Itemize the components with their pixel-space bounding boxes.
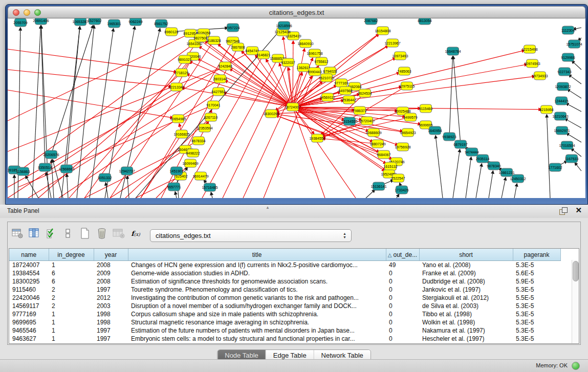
cell-year[interactable]: 1997 xyxy=(94,335,128,343)
graph-node-19384554[interactable]: 19384554 xyxy=(309,134,325,142)
table-row[interactable]: 1830029562008Estimation of significance … xyxy=(9,277,571,286)
cell-year[interactable]: 2008 xyxy=(94,261,128,270)
cell-short[interactable]: Yano et al. (2008) xyxy=(419,261,513,270)
graph-node-15154555[interactable]: 15154555 xyxy=(341,117,357,125)
cell-out[interactable]: 0 xyxy=(386,302,419,310)
cell-out[interactable]: 0 xyxy=(386,277,419,286)
cell-name[interactable]: 9699695 xyxy=(9,318,49,326)
cell-short[interactable]: Franke et al. (2009) xyxy=(419,269,513,277)
cell-pr[interactable]: 5.3E-5 xyxy=(513,335,560,343)
graph-node-9684067[interactable]: 9684067 xyxy=(377,150,390,159)
cell-indeg[interactable]: 2 xyxy=(49,302,94,310)
column-header-out_de[interactable]: △out_de... xyxy=(386,249,419,261)
graph-node-9146821[interactable]: 9146821 xyxy=(256,51,270,59)
column-header-short[interactable]: short xyxy=(419,249,513,261)
float-panel-icon[interactable] xyxy=(559,207,567,215)
graph-node-19218596[interactable]: 19218596 xyxy=(276,21,292,30)
cell-year[interactable]: 2012 xyxy=(94,294,128,302)
splitter-handle-icon[interactable]: ▲ xyxy=(266,205,270,210)
function-builder-icon[interactable]: f(x) xyxy=(129,227,142,239)
graph-node-6497568[interactable]: 6497568 xyxy=(338,86,352,95)
graph-node-2935114[interactable]: 2935114 xyxy=(476,155,490,163)
graph-node-9170041[interactable]: 9170041 xyxy=(206,101,220,109)
table-row[interactable]: 1456911722003Disruption of a novel membe… xyxy=(9,302,571,310)
cell-name[interactable]: 18300295 xyxy=(9,277,49,286)
create-table-icon[interactable] xyxy=(78,227,92,239)
graph-node-2718129[interactable]: 2718129 xyxy=(175,69,188,77)
graph-node-19654923[interactable]: 19654923 xyxy=(400,128,416,137)
graph-node-18807249[interactable]: 18807249 xyxy=(369,140,385,148)
graph-node-5051332[interactable]: 5051332 xyxy=(98,173,112,182)
cell-name[interactable]: 18724007 xyxy=(9,261,49,270)
graph-node-1244415[interactable]: 1244415 xyxy=(554,97,568,105)
graph-node-12450312[interactable]: 12450312 xyxy=(510,174,526,183)
graph-node-9242848[interactable]: 9242848 xyxy=(218,62,232,70)
cell-out[interactable]: 0 xyxy=(386,310,419,318)
cell-short[interactable]: Stergiakouli et al. (2012) xyxy=(419,294,513,302)
cell-out[interactable]: 0 xyxy=(386,318,419,326)
cell-indeg[interactable]: 1 xyxy=(49,326,94,335)
graph-node-12942737[interactable]: 12942737 xyxy=(119,167,135,175)
graph-node-9474444[interactable]: 9474444 xyxy=(465,148,478,156)
table-scrollbar-thumb[interactable] xyxy=(573,261,579,281)
table-settings-icon[interactable] xyxy=(11,227,24,239)
cell-indeg[interactable]: 1 xyxy=(49,310,94,318)
network-canvas[interactable]: 1872400718300295193845541221334227181292… xyxy=(8,18,585,198)
graph-node-9755812[interactable]: 9755812 xyxy=(314,57,328,65)
graph-node-19166825[interactable]: 19166825 xyxy=(173,130,189,138)
table-row[interactable]: 946362711997Embryonic stem cells: a mode… xyxy=(9,335,571,343)
graph-node-18640910[interactable]: 18640910 xyxy=(297,39,313,48)
graph-node-12213342[interactable]: 12213342 xyxy=(168,83,184,91)
show-hide-columns-icon[interactable] xyxy=(28,227,41,239)
cell-out[interactable]: 0 xyxy=(386,294,419,302)
graph-node-9129966[interactable]: 9129966 xyxy=(561,53,575,61)
delete-column-icon-disabled[interactable] xyxy=(112,227,125,239)
cell-short[interactable]: Nakamura et al. (1997) xyxy=(419,326,513,335)
cell-year[interactable]: 2008 xyxy=(94,277,128,286)
graph-node-9227343[interactable]: 9227343 xyxy=(557,68,571,76)
table-row[interactable]: 2242004622012Investigating the contribut… xyxy=(9,294,571,302)
cell-short[interactable]: de Silva et al. (2003) xyxy=(419,302,513,310)
cell-year[interactable]: 1997 xyxy=(94,286,128,294)
cell-indeg[interactable]: 2 xyxy=(49,286,94,294)
graph-node-8678334[interactable]: 8678334 xyxy=(191,137,205,145)
cell-name[interactable]: 14569117 xyxy=(9,302,49,310)
cell-pr[interactable]: 5.5E-5 xyxy=(513,294,560,302)
cell-out[interactable]: 0 xyxy=(386,269,419,277)
graph-node-2055709[interactable]: 2055709 xyxy=(13,18,27,27)
table-row[interactable]: 969969511998Structural magnetic resonanc… xyxy=(9,318,571,326)
graph-node-12093872[interactable]: 12093872 xyxy=(555,82,571,91)
graph-node-18300295[interactable]: 18300295 xyxy=(263,110,279,118)
graph-node-9498222[interactable]: 9498222 xyxy=(186,149,200,157)
table-row[interactable]: 911546021997Tourette syndrome. Phenomeno… xyxy=(9,286,571,294)
cell-year[interactable]: 1997 xyxy=(94,326,128,335)
cell-year[interactable]: 2003 xyxy=(94,302,128,310)
graph-node-10653287[interactable]: 10653287 xyxy=(72,18,88,26)
cell-pr[interactable]: 5.3E-5 xyxy=(513,326,560,335)
graph-node-12215498[interactable]: 12215498 xyxy=(521,45,537,53)
cell-indeg[interactable]: 6 xyxy=(49,269,94,277)
graph-node-15716485[interactable]: 15716485 xyxy=(202,183,217,191)
graph-node-1527602[interactable]: 1527602 xyxy=(88,18,101,25)
graph-node-9115460[interactable]: 9115460 xyxy=(419,104,433,113)
cell-short[interactable]: Tibbo et al. (1998) xyxy=(419,310,513,318)
cell-title[interactable]: Disruption of a novel member of a sodium… xyxy=(128,302,386,310)
graph-node-8960128[interactable]: 8960128 xyxy=(164,28,178,36)
graph-node-9657771[interactable]: 9657771 xyxy=(167,183,181,191)
graph-node-6879197[interactable]: 6879197 xyxy=(453,140,467,148)
cell-year[interactable]: 1998 xyxy=(94,318,128,326)
cell-out[interactable]: 0 xyxy=(386,335,419,343)
graph-node-2522547[interactable]: 2522547 xyxy=(391,174,405,182)
cell-short[interactable]: Wolkin et al. (1998) xyxy=(419,318,513,326)
close-panel-icon[interactable]: ✕ xyxy=(575,206,582,215)
graph-node-15720407[interactable]: 15720407 xyxy=(359,117,375,125)
graph-node-2536442[interactable]: 2536442 xyxy=(342,96,356,104)
graph-node-1615132[interactable]: 1615132 xyxy=(383,162,397,170)
graph-node-12975115[interactable]: 12975115 xyxy=(399,82,415,90)
graph-node-16648784[interactable]: 16648784 xyxy=(445,47,461,55)
cell-indeg[interactable]: 6 xyxy=(49,277,94,286)
graph-node-18724007[interactable]: 18724007 xyxy=(285,103,300,111)
cell-out[interactable]: 49 xyxy=(386,261,419,270)
cell-name[interactable]: 9115460 xyxy=(9,286,49,294)
graph-node-11568663[interactable]: 11568663 xyxy=(59,165,75,173)
